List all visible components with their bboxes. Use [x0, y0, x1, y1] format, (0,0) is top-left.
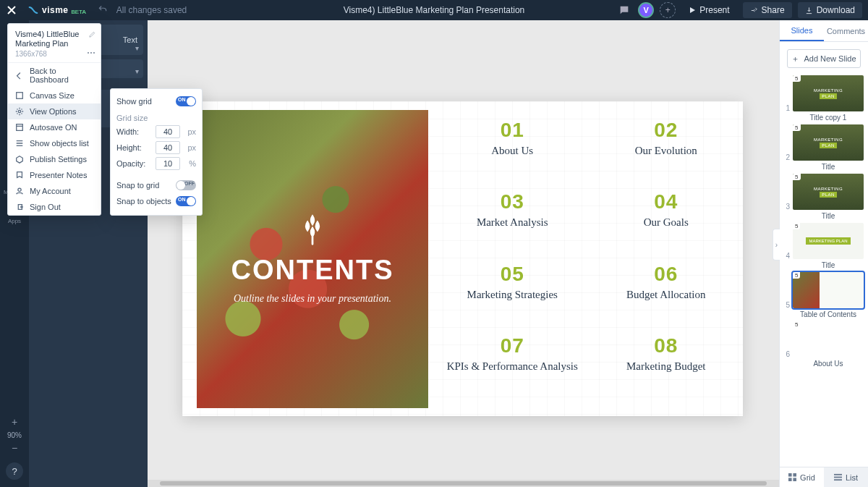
help-button[interactable]: ? — [6, 462, 23, 480]
toc-label: KPIs & Performance Analysis — [443, 360, 582, 373]
grid-opacity-input[interactable] — [156, 157, 180, 170]
project-menu-item-label: Sign Out — [30, 203, 61, 211]
horizontal-scrollbar[interactable] — [148, 480, 779, 487]
grid-height-input[interactable] — [156, 141, 180, 154]
slides-panel: › Slides Comments ＋ Add New Slide 15MARK… — [779, 20, 868, 487]
add-collaborator-button[interactable]: + — [660, 2, 676, 18]
zoom-in-button[interactable]: + — [0, 415, 29, 429]
rail-label-apps: Apps — [8, 218, 21, 224]
toc-number: 08 — [597, 334, 736, 357]
tab-comments[interactable]: Comments — [824, 20, 868, 41]
slide-thumb[interactable]: 5MARKETINGPLANTitle — [793, 174, 864, 220]
project-menu-item[interactable]: Back to Dashboard — [8, 63, 101, 88]
canvas[interactable]: CONTENTS Outline the slides in your pres… — [148, 20, 779, 487]
view-list-button[interactable]: List — [824, 467, 868, 487]
project-menu-item[interactable]: Canvas Size — [8, 88, 101, 103]
present-button[interactable]: Present — [681, 2, 736, 18]
thumb-caption: Title — [793, 261, 864, 269]
project-menu-item[interactable]: Publish Settings — [8, 151, 101, 167]
toc-number: 01 — [443, 119, 582, 142]
view-grid-button[interactable]: Grid — [780, 467, 824, 487]
thumb-index: 6 — [784, 321, 790, 358]
slide-heading[interactable]: CONTENTS — [231, 255, 394, 286]
show-grid-toggle[interactable]: ON — [176, 96, 196, 106]
slide-hero-image[interactable]: CONTENTS Outline the slides in your pres… — [197, 110, 428, 408]
toc-cell[interactable]: 07KPIs & Performance Analysis — [443, 334, 582, 399]
more-icon[interactable]: ⋯ — [87, 48, 96, 58]
close-icon[interactable] — [6, 4, 17, 16]
svg-rect-13 — [793, 473, 797, 477]
project-name[interactable]: Visme4) LittleBlue Marketing Plan — [15, 30, 93, 48]
download-button[interactable]: Download — [798, 2, 862, 18]
svg-point-10 — [18, 111, 20, 113]
toc-number: 03 — [443, 190, 582, 213]
tab-slides[interactable]: Slides — [780, 20, 824, 41]
grid-height-label: Height: — [116, 143, 151, 152]
snap-grid-toggle[interactable]: OFF — [176, 180, 196, 190]
zoom-level[interactable]: 90% — [0, 429, 29, 441]
toc-label: About Us — [443, 145, 582, 157]
toc-label: Our Goals — [597, 216, 736, 229]
slide-thumb[interactable]: 5MARKETINGPLANTitle — [793, 124, 864, 171]
snap-objects-toggle[interactable]: ON — [176, 196, 196, 206]
project-menu-header: Visme4) LittleBlue Marketing Plan 1366x7… — [8, 24, 101, 63]
toc-cell[interactable]: 03Market Analysis — [443, 190, 582, 255]
project-menu-item[interactable]: Show objects list — [8, 135, 101, 151]
slide-subheading[interactable]: Outline the slides in your presentation. — [234, 293, 391, 305]
toc-number: 07 — [443, 334, 582, 357]
svg-rect-9 — [17, 93, 23, 99]
project-menu-item[interactable]: Sign Out — [8, 199, 101, 215]
project-menu-item[interactable]: Autosave ON — [8, 119, 101, 135]
pencil-icon[interactable] — [88, 28, 96, 41]
toc-cell[interactable]: 04Our Goals — [597, 190, 736, 255]
avatar[interactable]: V — [638, 2, 654, 18]
toc-label: Market Analysis — [443, 216, 582, 229]
slide-thumb[interactable]: 5MARKETINGPLANTitle copy 1 — [793, 75, 864, 122]
slide-thumb[interactable]: 5Table of Contents — [793, 272, 864, 318]
zoom-out-button[interactable]: − — [0, 441, 29, 455]
visme-logo: visme BETA — [27, 4, 86, 16]
toc-cell[interactable]: 02Our Evolution — [597, 119, 736, 183]
grid-width-input[interactable] — [156, 125, 180, 138]
slide-thumb[interactable]: 5About Us — [793, 321, 864, 368]
project-menu-item-label: Presenter Notes — [30, 171, 87, 179]
thumb-index: 1 — [784, 75, 790, 112]
project-menu-item[interactable]: View Options — [8, 103, 101, 119]
toc-cell[interactable]: 01About Us — [443, 119, 582, 183]
svg-rect-12 — [788, 473, 792, 477]
toc-cell[interactable]: 06Budget Allocation — [597, 263, 736, 327]
snap-grid-label: Snap to grid — [116, 181, 159, 190]
scrollbar-thumb[interactable] — [160, 481, 766, 486]
block-header-text-label: Text — [123, 35, 137, 44]
download-label: Download — [817, 5, 855, 15]
chevron-down-icon: ▾ — [135, 67, 139, 75]
toc-label: Marketing Budget — [597, 360, 736, 373]
wheat-icon — [300, 214, 325, 249]
project-menu-item[interactable]: My Account — [8, 183, 101, 199]
thumb-index: 2 — [784, 124, 790, 161]
toc-number: 05 — [443, 263, 582, 286]
toc-cell[interactable]: 05Marketing Strategies — [443, 263, 582, 327]
project-menu-item-label: My Account — [30, 187, 71, 195]
share-button[interactable]: Share — [743, 2, 792, 18]
project-menu-item[interactable]: Presenter Notes — [8, 167, 101, 183]
chat-icon[interactable] — [616, 2, 632, 18]
view-options-panel: Show grid ON Grid size Width: px Height:… — [110, 88, 203, 216]
toc-number: 02 — [597, 119, 736, 142]
unit-percent: % — [184, 159, 196, 168]
svg-point-11 — [18, 189, 21, 192]
add-slide-button[interactable]: ＋ Add New Slide — [787, 49, 861, 68]
project-title[interactable]: Visme4) LittleBlue Marketing Plan Presen… — [344, 5, 525, 15]
project-menu-item-label: View Options — [30, 107, 77, 116]
slide[interactable]: CONTENTS Outline the slides in your pres… — [182, 101, 743, 416]
toc-cell[interactable]: 08Marketing Budget — [597, 334, 736, 399]
snap-objects-label: Snap to objects — [116, 197, 171, 206]
show-grid-label: Show grid — [116, 97, 152, 106]
view-grid-label: Grid — [800, 473, 815, 482]
slide-thumb[interactable]: 5MARKETING PLANTitle — [793, 223, 864, 269]
undo-icon[interactable] — [98, 4, 108, 17]
project-dimensions: 1366x768 — [15, 50, 93, 58]
collapse-panel-button[interactable]: › — [773, 229, 780, 261]
thumb-caption: Title — [793, 163, 864, 171]
project-menu-item-label: Publish Settings — [30, 155, 87, 164]
